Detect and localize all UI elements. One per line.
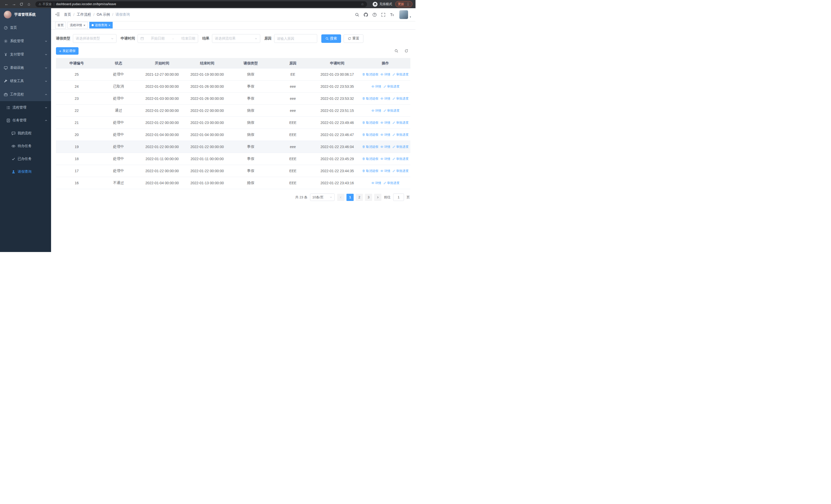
forward-icon[interactable]: → bbox=[10, 1, 18, 7]
cancel-action-link[interactable]: 取消请假 bbox=[362, 96, 378, 101]
progress-action-link[interactable]: 审批进度 bbox=[393, 72, 408, 77]
progress-action-link[interactable]: 审批进度 bbox=[383, 109, 400, 113]
prev-page-button[interactable] bbox=[337, 194, 344, 201]
fullscreen-icon[interactable] bbox=[381, 12, 385, 17]
page-size-select[interactable]: 10条/页 bbox=[310, 194, 335, 201]
detail-action-link[interactable]: 详情 bbox=[380, 72, 390, 77]
search-button[interactable]: 搜索 bbox=[321, 34, 341, 43]
sidebar-logo[interactable]: 芋道管理系统 bbox=[0, 8, 51, 21]
column-header: 原因 bbox=[272, 58, 314, 68]
detail-action-link[interactable]: 详情 bbox=[380, 157, 390, 161]
cell-start: 2022-01-22 00:00:00 bbox=[140, 117, 184, 129]
cancel-action-link[interactable]: 取消请假 bbox=[362, 169, 378, 173]
leave-type-select[interactable]: 请选择请假类型 bbox=[73, 34, 116, 43]
home-icon[interactable]: ⌂ bbox=[25, 1, 32, 7]
sidebar-item-todo-task[interactable]: 待办任务 bbox=[0, 140, 51, 152]
sidebar-item-my-process[interactable]: 我的流程 bbox=[0, 127, 51, 140]
cell-status: 处理中 bbox=[97, 117, 140, 129]
column-header: 开始时间 bbox=[140, 58, 184, 68]
breadcrumb-item[interactable]: 首页 bbox=[64, 12, 71, 17]
detail-action-link[interactable]: 详情 bbox=[371, 109, 381, 113]
sidebar-item-done-task[interactable]: 已办任务 bbox=[0, 152, 51, 165]
detail-action-link[interactable]: 详情 bbox=[371, 181, 381, 185]
progress-action-link[interactable]: 审批进度 bbox=[393, 169, 408, 173]
search-icon[interactable] bbox=[355, 12, 359, 17]
tab-leave-query[interactable]: 请假查询× bbox=[89, 22, 113, 28]
table-row: 16不通过2022-01-04 00:00:002022-01-13 00:00… bbox=[56, 177, 410, 189]
detail-action-link[interactable]: 详情 bbox=[380, 169, 390, 173]
table-row: 19处理中2022-01-22 00:00:002022-01-22 00:00… bbox=[56, 141, 410, 153]
detail-action-link[interactable]: 详情 bbox=[380, 121, 390, 125]
progress-action-link[interactable]: 审批进度 bbox=[383, 181, 400, 185]
reset-button[interactable]: 重置 bbox=[344, 34, 364, 43]
detail-action-link[interactable]: 详情 bbox=[371, 84, 381, 89]
next-page-button[interactable] bbox=[374, 194, 381, 201]
plus-icon: + bbox=[59, 49, 61, 53]
bookmark-star-icon[interactable]: ☆ bbox=[361, 2, 364, 6]
cancel-action-link[interactable]: 取消请假 bbox=[362, 133, 378, 137]
tab-process-detail[interactable]: 流程详情× bbox=[67, 22, 88, 28]
back-icon[interactable]: ← bbox=[3, 1, 10, 7]
font-size-icon[interactable] bbox=[390, 12, 394, 17]
refresh-table-icon[interactable] bbox=[403, 48, 409, 54]
tab-home[interactable]: 首页 bbox=[55, 22, 66, 28]
hamburger-icon[interactable] bbox=[55, 12, 60, 17]
sidebar-item-process-mgmt[interactable]: 流程管理 bbox=[0, 101, 51, 114]
cell-end: 2022-01-23 00:00:00 bbox=[184, 117, 229, 129]
sidebar-item-infrastructure[interactable]: 基础设施 bbox=[0, 61, 51, 75]
user-menu[interactable]: ▼ bbox=[399, 10, 411, 19]
progress-action-link[interactable]: 审批进度 bbox=[393, 121, 408, 125]
chevron-down-icon bbox=[255, 37, 257, 40]
sidebar-item-home[interactable]: 首页 bbox=[0, 21, 51, 34]
sidebar-item-leave-query[interactable]: 请假查询 bbox=[0, 165, 51, 178]
detail-action-link[interactable]: 详情 bbox=[380, 133, 390, 137]
detail-action-link[interactable]: 详情 bbox=[380, 96, 390, 101]
create-leave-button[interactable]: + 发起请假 bbox=[56, 47, 79, 55]
goto-page-input[interactable] bbox=[393, 194, 404, 201]
cancel-action-link[interactable]: 取消请假 bbox=[362, 145, 378, 149]
page-button-1[interactable]: 1 bbox=[346, 194, 354, 201]
page-size-value: 10条/页 bbox=[312, 195, 324, 200]
sidebar-item-workflow[interactable]: 工作流程 bbox=[0, 88, 51, 101]
sidebar-item-task-mgmt[interactable]: 任务管理 bbox=[0, 114, 51, 127]
reason-input[interactable] bbox=[274, 34, 317, 43]
edit-icon bbox=[383, 181, 386, 184]
site-security[interactable]: ⚠ 不安全 bbox=[38, 2, 52, 6]
close-icon[interactable]: × bbox=[109, 24, 111, 27]
browser-menu-icon[interactable]: ⋮ bbox=[406, 2, 410, 6]
progress-action-link[interactable]: 审批进度 bbox=[393, 145, 408, 149]
avatar[interactable] bbox=[399, 10, 408, 19]
apply-time-range[interactable]: 开始日期 - 结束日期 bbox=[138, 34, 198, 43]
search-toggle-icon[interactable] bbox=[393, 48, 399, 54]
url-text[interactable]: dashboard.yudao.iocoder.cn/bpm/oa/leave bbox=[56, 2, 359, 6]
progress-action-link[interactable]: 审批进度 bbox=[393, 133, 408, 137]
sidebar-item-system-mgmt[interactable]: 系统管理 bbox=[0, 34, 51, 48]
url-bar[interactable]: ⚠ 不安全 dashboard.yudao.iocoder.cn/bpm/oa/… bbox=[35, 1, 367, 7]
progress-action-link[interactable]: 审批进度 bbox=[393, 157, 408, 161]
refresh-icon[interactable] bbox=[18, 1, 25, 7]
help-icon[interactable] bbox=[372, 12, 377, 17]
cell-id: 17 bbox=[56, 165, 97, 177]
cell-end: 2022-01-26 00:00:00 bbox=[184, 81, 229, 93]
cell-status: 处理中 bbox=[97, 129, 140, 141]
update-button[interactable]: 更新 ⋮ bbox=[395, 1, 412, 7]
github-icon[interactable] bbox=[364, 12, 368, 17]
close-icon[interactable]: × bbox=[83, 24, 85, 27]
progress-action-link[interactable]: 审批进度 bbox=[393, 96, 408, 101]
detail-action-link[interactable]: 详情 bbox=[380, 145, 390, 149]
sidebar-item-dev-tools[interactable]: 研发工具 bbox=[0, 75, 51, 88]
breadcrumb-item[interactable]: OA 示例 bbox=[97, 12, 110, 17]
breadcrumb-item[interactable]: 工作流程 bbox=[77, 12, 91, 17]
sidebar-item-payment-mgmt[interactable]: 支付管理 bbox=[0, 48, 51, 61]
cancel-action-link[interactable]: 取消请假 bbox=[362, 157, 378, 161]
cancel-action-link[interactable]: 取消请假 bbox=[362, 121, 378, 125]
warning-icon: ⚠ bbox=[38, 2, 41, 6]
result-select[interactable]: 请选择流结果 bbox=[212, 34, 260, 43]
logo-avatar bbox=[4, 11, 11, 19]
progress-action-link[interactable]: 审批进度 bbox=[383, 84, 400, 89]
cancel-action-link[interactable]: 取消请假 bbox=[362, 72, 378, 77]
incognito-badge: 无痕模式 bbox=[373, 2, 392, 7]
page-button-3[interactable]: 3 bbox=[365, 194, 372, 201]
page-button-2[interactable]: 2 bbox=[356, 194, 363, 201]
cell-reason: eee bbox=[272, 141, 314, 153]
